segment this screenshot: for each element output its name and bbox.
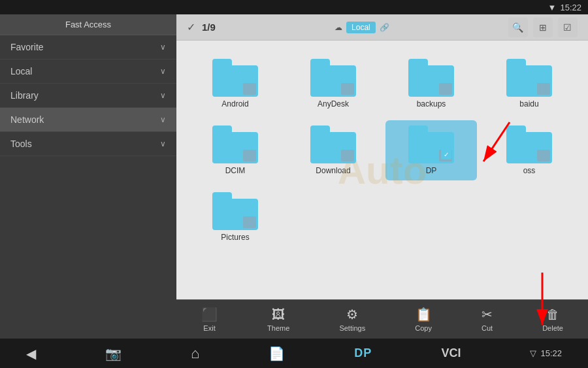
files-button[interactable]: 📄 <box>269 346 285 361</box>
folder-name-pictures: Pictures <box>221 233 249 242</box>
status-time: ▼ 15:22 <box>548 3 581 12</box>
sidebar-item-favorite[interactable]: Favorite ∨ <box>0 35 176 59</box>
bottom-toolbar: ⬛ Exit 🖼 Theme ⚙ Settings 📋 Copy ✂ C <box>176 299 588 339</box>
location-indicator: ☁ Local 🔗 <box>335 22 389 33</box>
nav-time-display: 15:22 <box>540 348 562 358</box>
camera-button[interactable]: 📷 <box>105 346 122 361</box>
file-browser-header: ✓ 1/9 ☁ Local 🔗 🔍 ⊞ ☑ <box>176 14 588 41</box>
home-icon: ⌂ <box>191 345 199 362</box>
exit-icon: ⬛ <box>201 307 218 322</box>
local-badge: Local <box>346 22 376 33</box>
folder-item-backups[interactable]: backups <box>385 54 477 114</box>
folder-name-backups: backups <box>417 99 446 109</box>
sidebar-item-library[interactable]: Library ∨ <box>0 84 176 108</box>
copy-icon: 📋 <box>416 307 432 322</box>
chevron-down-icon: ∨ <box>160 67 166 76</box>
camera-icon: 📷 <box>105 346 122 361</box>
exit-label: Exit <box>203 324 215 332</box>
chevron-down-icon: ∨ <box>160 139 166 148</box>
nav-time: ▽ 15:22 <box>530 348 562 358</box>
sidebar-label-local: Local <box>10 66 32 76</box>
cut-label: Cut <box>482 324 493 332</box>
folder-name-baidu: baidu <box>519 99 538 109</box>
sidebar-item-local[interactable]: Local ∨ <box>0 59 176 84</box>
time-display: 15:22 <box>560 3 581 12</box>
folder-name-android: Android <box>221 99 248 109</box>
folder-icon-oss <box>506 125 552 163</box>
sidebar-header: Fast Access <box>0 14 176 35</box>
back-icon: ◀ <box>26 346 36 361</box>
folder-item-dcim[interactable]: DCIM <box>189 120 281 180</box>
sidebar-label-favorite: Favorite <box>10 42 44 52</box>
vci-text: VCI <box>441 346 461 360</box>
folder-icon-download <box>310 125 356 163</box>
chevron-down-icon: ∨ <box>160 115 166 124</box>
vci-label: VCI <box>441 346 461 360</box>
link-icon: 🔗 <box>380 23 389 32</box>
folder-item-dp[interactable]: DP <box>385 120 477 180</box>
chevron-down-icon: ∨ <box>160 42 166 52</box>
settings-button[interactable]: ⚙ Settings <box>333 304 372 335</box>
sidebar-label-library: Library <box>10 90 39 101</box>
folder-icon-anydesk <box>310 59 356 97</box>
chevron-down-icon: ∨ <box>160 91 166 100</box>
cut-button[interactable]: ✂ Cut <box>475 304 499 335</box>
folder-icon-dp <box>408 125 454 163</box>
grid-button[interactable]: ⊞ <box>533 18 553 37</box>
file-grid: Auto AndroidAnyDeskbackupsbaiduDCIMDownl… <box>176 41 588 299</box>
copy-button[interactable]: 📋 Copy <box>408 304 438 335</box>
sidebar-item-tools[interactable]: Tools ∨ <box>0 132 176 156</box>
wifi-icon: ▼ <box>548 3 557 12</box>
sidebar-item-network[interactable]: Network ∨ <box>0 108 176 132</box>
cut-icon: ✂ <box>482 307 493 322</box>
folder-icon-pictures <box>212 192 258 230</box>
folder-item-anydesk[interactable]: AnyDesk <box>287 54 379 114</box>
file-browser-container: ✓ 1/9 ☁ Local 🔗 🔍 ⊞ ☑ <box>176 14 588 299</box>
folder-item-oss[interactable]: oss <box>483 120 575 180</box>
folder-name-anydesk: AnyDesk <box>318 99 349 109</box>
back-button[interactable]: ◀ <box>26 346 36 361</box>
folder-name-dcim: DCIM <box>225 166 246 175</box>
folder-item-download[interactable]: Download <box>287 120 379 180</box>
status-bar: ▼ 15:22 <box>0 0 588 14</box>
folder-item-android[interactable]: Android <box>189 54 281 114</box>
header-icons: 🔍 ⊞ ☑ <box>508 18 578 37</box>
theme-button[interactable]: 🖼 Theme <box>261 305 296 335</box>
delete-button[interactable]: 🗑 Delete <box>536 305 570 335</box>
copy-label: Copy <box>415 324 432 332</box>
folder-name-dp: DP <box>426 166 437 175</box>
files-icon: 📄 <box>269 346 285 361</box>
check-button[interactable]: ☑ <box>558 18 578 37</box>
folder-icon-android <box>212 59 258 97</box>
folder-icon-backups <box>408 59 454 97</box>
brand-dp-text: DP <box>354 346 372 360</box>
checkmark-icon: ✓ <box>187 21 195 33</box>
theme-icon: 🖼 <box>272 307 285 322</box>
sidebar: Fast Access Favorite ∨ Local ∨ Library ∨… <box>0 14 176 339</box>
folder-item-baidu[interactable]: baidu <box>483 54 575 114</box>
folder-icon-baidu <box>506 59 552 97</box>
folder-item-pictures[interactable]: Pictures <box>189 187 281 247</box>
delete-label: Delete <box>542 324 563 332</box>
folder-icon-dcim <box>212 125 258 163</box>
file-count: 1/9 <box>202 22 216 33</box>
folder-name-download: Download <box>316 166 350 175</box>
wifi-signal-icon: ▽ <box>530 348 536 358</box>
settings-label: Settings <box>339 324 365 332</box>
search-button[interactable]: 🔍 <box>508 18 528 37</box>
exit-button[interactable]: ⬛ Exit <box>195 304 224 335</box>
theme-label: Theme <box>267 324 289 332</box>
cloud-icon: ☁ <box>335 23 342 32</box>
file-browser: ✓ 1/9 ☁ Local 🔗 🔍 ⊞ ☑ <box>176 14 588 339</box>
folder-name-oss: oss <box>523 166 536 175</box>
home-button[interactable]: ⌂ <box>191 345 199 362</box>
nav-bar: ◀ 📷 ⌂ 📄 DP VCI ▽ 15:22 <box>0 339 588 368</box>
delete-icon: 🗑 <box>546 307 559 322</box>
header-left: ✓ 1/9 <box>187 21 216 33</box>
brand-dp: DP <box>354 346 372 360</box>
settings-icon: ⚙ <box>346 307 358 322</box>
sidebar-label-network: Network <box>10 114 44 125</box>
sidebar-label-tools: Tools <box>10 139 32 149</box>
